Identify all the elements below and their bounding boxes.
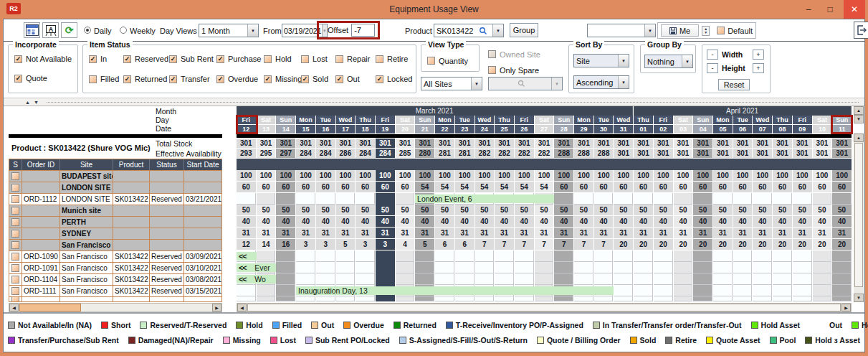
- group-button[interactable]: Group: [510, 23, 538, 37]
- row-checkbox[interactable]: [11, 184, 19, 192]
- row-checkbox[interactable]: [11, 241, 19, 249]
- weekly-radio[interactable]: [120, 27, 127, 34]
- checkbox-box[interactable]: [427, 57, 435, 65]
- search-icon[interactable]: [479, 27, 487, 35]
- scroll-up-icon[interactable]: ▲: [854, 106, 864, 115]
- checkbox-locked[interactable]: ✓Locked: [376, 75, 416, 83]
- checkbox-box[interactable]: ✓: [376, 75, 383, 83]
- site-row[interactable]: BUDAPEST site: [9, 171, 222, 182]
- checkbox-not-available[interactable]: ✓Not Available: [14, 55, 77, 63]
- checkbox-box[interactable]: ✓: [169, 55, 177, 63]
- row-checkbox[interactable]: [11, 230, 19, 238]
- product-search-combo[interactable]: SK013422 ▼: [434, 24, 504, 37]
- row-checkbox[interactable]: [11, 207, 19, 215]
- scrollbar-track[interactable]: [854, 142, 864, 294]
- checkbox-transfer[interactable]: ✓Transfer: [169, 75, 216, 83]
- width-minus-button[interactable]: -: [707, 50, 718, 60]
- checkbox-box[interactable]: ✓: [216, 75, 224, 83]
- vertical-scrollbar[interactable]: ▲ ▼ ▲ ▼: [854, 106, 864, 302]
- checkbox-only-spare[interactable]: Only Spare: [488, 66, 539, 75]
- checkbox-box[interactable]: ✓: [169, 75, 177, 83]
- scroll-down-icon[interactable]: ▼: [854, 115, 864, 123]
- maximize-button[interactable]: □: [821, 0, 839, 19]
- exit-button[interactable]: [854, 22, 868, 39]
- checkbox-purchase[interactable]: ✓Purchase: [216, 55, 264, 63]
- event-bar[interactable]: <<: [237, 252, 257, 261]
- chevron-down-icon[interactable]: ▼: [618, 55, 629, 67]
- scrollbar-thumb[interactable]: [247, 304, 841, 312]
- checkbox-box[interactable]: [376, 55, 383, 63]
- row-checkbox[interactable]: [11, 287, 19, 295]
- checkbox-owned-site[interactable]: Owned Site: [488, 50, 540, 59]
- row-checkbox[interactable]: [11, 276, 19, 284]
- collapse-down-icon[interactable]: ▼: [34, 100, 39, 105]
- checkbox-filled[interactable]: Filled: [89, 75, 123, 83]
- checkbox-box[interactable]: ✓: [301, 75, 309, 83]
- checkbox-box[interactable]: [89, 75, 97, 83]
- checkbox-box[interactable]: ✓: [123, 55, 131, 63]
- order-row[interactable]: ORD-1111San FranciscoSK013422Reserved03/…: [9, 286, 222, 297]
- checkbox-box[interactable]: [264, 55, 272, 63]
- checkbox-sub-rent[interactable]: ✓Sub Rent: [169, 55, 216, 63]
- site-row[interactable]: LONDON SITE: [9, 182, 222, 194]
- checkbox-box[interactable]: ✓: [123, 75, 131, 83]
- checkbox-box[interactable]: [488, 66, 496, 74]
- chevron-down-icon[interactable]: ▼: [551, 78, 562, 90]
- checkbox-retire[interactable]: Retire: [376, 55, 416, 63]
- scroll-up-icon[interactable]: ▲: [854, 134, 864, 142]
- row-checkbox[interactable]: [11, 195, 19, 203]
- splitter-bar[interactable]: ▲ ▼: [4, 98, 864, 106]
- height-minus-button[interactable]: -: [707, 63, 718, 73]
- order-row[interactable]: ORD-1091San FranciscoSK013422Reserved03/…: [9, 263, 222, 274]
- splitter-handle[interactable]: [47, 102, 859, 103]
- preset-select[interactable]: ▼: [587, 24, 656, 37]
- checkbox-box[interactable]: ✓: [14, 75, 22, 83]
- checkbox-returned[interactable]: ✓Returned: [123, 75, 169, 83]
- width-plus-button[interactable]: +: [753, 50, 764, 60]
- checkbox-box[interactable]: ✓: [14, 55, 22, 63]
- site-row[interactable]: San Francisco: [9, 240, 222, 251]
- collapse-up-icon[interactable]: ▲: [25, 100, 30, 105]
- chevron-down-icon[interactable]: ▼: [682, 55, 692, 67]
- checkbox-overdue[interactable]: ✓Overdue: [216, 75, 264, 83]
- close-button[interactable]: ✕: [844, 0, 865, 19]
- scroll-right-icon[interactable]: ▶: [212, 304, 221, 312]
- checkbox-repair[interactable]: Repair: [335, 55, 376, 63]
- checkbox-box[interactable]: ✓: [264, 75, 272, 83]
- event-bar[interactable]: London Event, 6: [415, 195, 554, 203]
- scroll-down-icon[interactable]: ▼: [854, 294, 864, 302]
- checkbox-box[interactable]: [488, 50, 496, 58]
- order-row[interactable]: ORD-1090San FranciscoSK013422Reserved03/…: [9, 251, 222, 263]
- site-row[interactable]: PERTH: [9, 217, 222, 228]
- calendar-h-scrollbar[interactable]: ◀ ▶: [237, 303, 852, 312]
- sort-field-select[interactable]: Site ▼: [573, 54, 629, 67]
- chevron-down-icon[interactable]: ▼: [471, 78, 482, 90]
- row-checkbox[interactable]: [11, 172, 19, 180]
- offset-input[interactable]: [351, 24, 375, 37]
- order-row[interactable]: ORD-1104San FranciscoSK013422Reserved03/…: [9, 274, 222, 286]
- row-checkbox[interactable]: [11, 264, 19, 272]
- row-checkbox[interactable]: [11, 218, 19, 226]
- sort-direction-select[interactable]: Ascending ▼: [573, 75, 629, 89]
- spare-search-combo[interactable]: ▼: [488, 77, 563, 90]
- checkbox-quote[interactable]: ✓Quote: [14, 74, 77, 83]
- site-row[interactable]: Munich site: [9, 205, 222, 217]
- checkbox-box[interactable]: [301, 55, 309, 63]
- spinner-control[interactable]: ▲▼: [702, 26, 710, 36]
- checkbox-hold[interactable]: Hold: [264, 55, 301, 63]
- text-board-view-button[interactable]: A: [42, 22, 59, 38]
- sites-select[interactable]: All Sites ▼: [421, 77, 482, 90]
- chevron-down-icon[interactable]: ▼: [644, 24, 655, 37]
- minimize-button[interactable]: –: [799, 0, 818, 19]
- save-me-button[interactable]: Me: [661, 24, 699, 37]
- scrollbar-thumb[interactable]: [854, 143, 863, 287]
- chevron-down-icon[interactable]: ▼: [618, 76, 629, 88]
- checkbox-quantity[interactable]: Quantity: [427, 57, 468, 65]
- scroll-left-icon[interactable]: ◀: [9, 304, 19, 312]
- refresh-button[interactable]: ⟳: [61, 22, 77, 38]
- group-by-select[interactable]: Nothing ▼: [644, 55, 693, 68]
- checkbox-lost[interactable]: Lost: [301, 55, 335, 63]
- checkbox-box[interactable]: ✓: [216, 55, 224, 63]
- checkbox-box[interactable]: ✓: [335, 75, 343, 83]
- height-plus-button[interactable]: +: [753, 63, 764, 73]
